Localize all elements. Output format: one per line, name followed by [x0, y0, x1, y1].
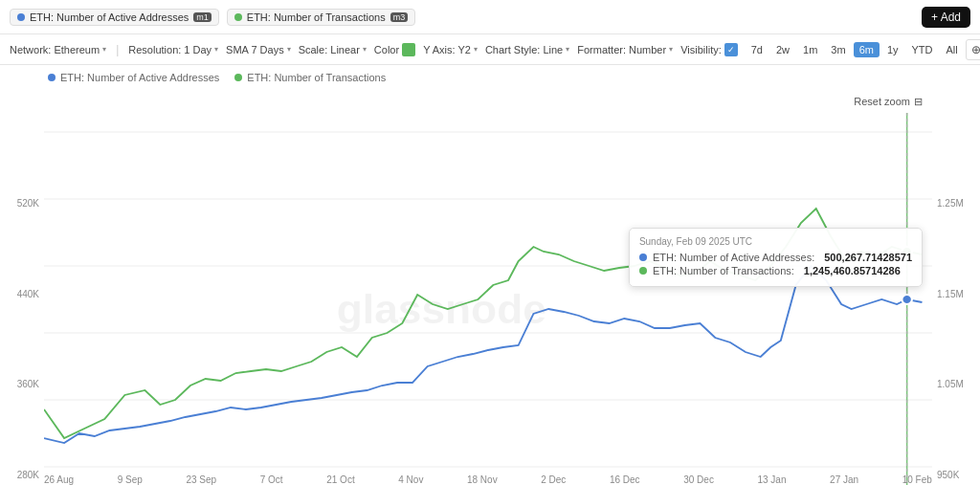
visibility-selector[interactable]: Visibility: ✓ [680, 43, 738, 56]
time-btn-7d[interactable]: 7d [746, 42, 768, 57]
time-btn-6m[interactable]: 6m [854, 42, 880, 57]
metric-tag-1[interactable]: ETH: Number of Active Addresses m1 [10, 9, 219, 26]
time-btn-all[interactable]: All [941, 42, 964, 57]
watermark: glassnode [337, 287, 546, 332]
tooltip-dot-green [902, 247, 912, 256]
y-right-label-3: 1.05M [937, 379, 964, 389]
time-btn-3m[interactable]: 3m [825, 42, 851, 57]
chartstyle-label: Chart Style: Line [485, 44, 563, 55]
metric-tag-2[interactable]: ETH: Number of Transactions m3 [227, 9, 415, 26]
legend-dot-1 [48, 74, 56, 81]
legend-item-1: ETH: Number of Active Addresses [48, 72, 219, 83]
formatter-chevron: ▾ [669, 45, 673, 54]
color-selector[interactable]: Color [374, 43, 415, 56]
legend-label-2: ETH: Number of Transactions [247, 72, 386, 83]
y-left-label-2: 440K [17, 289, 39, 299]
metric1-badge: m1 [193, 12, 212, 22]
time-btn-1y[interactable]: 1y [881, 42, 904, 57]
reset-zoom-label: Reset zoom [854, 96, 910, 107]
formatter-selector[interactable]: Formatter: Number ▾ [577, 44, 673, 55]
metric1-dot [17, 13, 25, 21]
color-box[interactable] [402, 43, 415, 56]
visibility-checkbox[interactable]: ✓ [724, 43, 738, 56]
legend-dot-2 [234, 74, 242, 81]
y-right-label-2: 1.15M [937, 289, 964, 299]
resolution-selector[interactable]: Resolution: 1 Day ▾ [128, 44, 218, 55]
time-buttons: 7d 2w 1m 3m 6m 1y YTD All ⊕ 📅 [746, 39, 980, 60]
yaxis-chevron: ▾ [474, 45, 478, 54]
chartstyle-selector[interactable]: Chart Style: Line ▾ [485, 44, 569, 55]
chartstyle-chevron: ▾ [566, 45, 569, 54]
header: ETH: Number of Active Addresses m1 ETH: … [0, 0, 980, 34]
y-axis-left: 520K 440K 360K 280K [0, 113, 44, 485]
scale-selector[interactable]: Scale: Linear ▾ [299, 44, 367, 55]
time-btn-ytd[interactable]: YTD [906, 42, 939, 57]
formatter-label: Formatter: Number [577, 44, 666, 55]
reset-zoom-bar: Reset zoom ⊟ [0, 90, 980, 113]
tooltip-dot-blue [902, 295, 912, 304]
color-label: Color [374, 44, 399, 55]
y-left-label-4: 280K [17, 470, 39, 480]
metric2-label: ETH: Number of Transactions [247, 11, 386, 23]
header-left: ETH: Number of Active Addresses m1 ETH: … [10, 9, 415, 26]
metric2-badge: m3 [390, 12, 409, 22]
visibility-label: Visibility: [680, 44, 722, 55]
reset-zoom-button[interactable]: Reset zoom ⊟ [854, 96, 923, 108]
scale-label: Scale: Linear [299, 44, 360, 55]
chart-wrapper: 520K 440K 360K 280K 1.25M 1.15M 1.05M 95… [0, 113, 980, 485]
yaxis-label: Y Axis: Y2 [423, 44, 471, 55]
y-left-label-3: 360K [17, 379, 39, 389]
sma-chevron: ▾ [287, 45, 291, 54]
network-selector[interactable]: Network: Ethereum ▾ [10, 44, 106, 55]
yaxis-selector[interactable]: Y Axis: Y2 ▾ [423, 44, 478, 55]
scale-chevron: ▾ [363, 45, 367, 54]
resolution-chevron: ▾ [214, 45, 218, 54]
sep1: | [116, 43, 119, 56]
y-axis-right: 1.25M 1.15M 1.05M 950K [932, 113, 980, 485]
add-button[interactable]: + Add [922, 7, 970, 28]
sma-label: SMA 7 Days [226, 44, 284, 55]
sma-selector[interactable]: SMA 7 Days ▾ [226, 44, 291, 55]
chart-svg: glassnode [44, 113, 932, 485]
time-btn-1m[interactable]: 1m [797, 42, 823, 57]
search-zoom-icon[interactable]: ⊕ [966, 39, 980, 60]
resolution-label: Resolution: 1 Day [128, 44, 212, 55]
chart-area: 520K 440K 360K 280K 1.25M 1.15M 1.05M 95… [0, 113, 980, 485]
legend-label-1: ETH: Number of Active Addresses [60, 72, 219, 83]
time-btn-2w[interactable]: 2w [770, 42, 795, 57]
legend-bar: ETH: Number of Active Addresses ETH: Num… [0, 65, 980, 90]
toolbar: Network: Ethereum ▾ | Resolution: 1 Day … [0, 34, 980, 65]
network-label: Network: Ethereum [10, 44, 100, 55]
y-right-label-1: 1.25M [937, 198, 964, 209]
legend-item-2: ETH: Number of Transactions [234, 72, 386, 83]
y-right-label-4: 950K [937, 470, 959, 480]
reset-zoom-icon: ⊟ [914, 96, 923, 108]
add-button-label: + Add [931, 11, 961, 24]
network-chevron: ▾ [102, 45, 106, 54]
metric1-label: ETH: Number of Active Addresses [30, 11, 189, 23]
metric2-dot [234, 13, 242, 21]
y-left-label-1: 520K [17, 198, 39, 209]
